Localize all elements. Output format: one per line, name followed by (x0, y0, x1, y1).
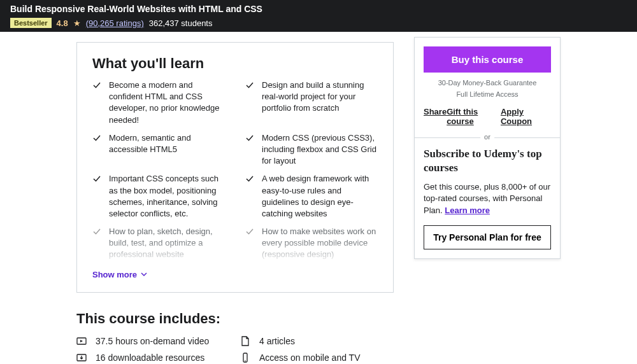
wyl-item-text: Important CSS concepts such as the box m… (109, 173, 225, 220)
wyl-item-text: How to plan, sketch, design, build, test… (109, 226, 225, 261)
wyl-title: What you'll learn (92, 55, 378, 72)
includes-item: Access on mobile and TV (240, 353, 394, 363)
subscribe-title: Subscribe to Udemy's top courses (424, 147, 551, 175)
subscribe-text: Get this course, plus 8,000+ of our top-… (424, 181, 551, 216)
wyl-item: Modern, semantic and accessible HTML5 (92, 132, 225, 167)
includes-item-text: 16 downloadable resources (96, 353, 204, 363)
gift-course-link[interactable]: Gift this course (447, 107, 501, 126)
show-more-button[interactable]: Show more (92, 270, 378, 279)
students-count: 362,437 students (149, 18, 213, 28)
star-icon: ★ (73, 18, 81, 28)
or-label: or (480, 133, 494, 141)
lifetime-access: Full Lifetime Access (424, 90, 551, 98)
wyl-item-text: Modern, semantic and accessible HTML5 (109, 132, 225, 167)
wyl-item-text: How to make websites work on every possi… (262, 226, 378, 261)
mobile-icon (240, 353, 250, 363)
apply-coupon-link[interactable]: Apply Coupon (501, 107, 551, 126)
show-more-label: Show more (92, 270, 137, 279)
what-youll-learn-box: What you'll learn Become a modern and co… (76, 42, 394, 293)
check-icon (245, 174, 254, 183)
video-icon (76, 336, 87, 346)
includes-item-text: Access on mobile and TV (259, 353, 361, 363)
chevron-down-icon (141, 271, 147, 277)
wyl-item: Become a modern and confident HTML and C… (92, 80, 225, 126)
bestseller-badge: Bestseller (10, 18, 52, 28)
ratings-count-link[interactable]: (90,265 ratings) (86, 18, 144, 28)
includes-item: 4 articles (240, 336, 394, 346)
includes-title: This course includes: (76, 311, 394, 327)
includes-item-text: 37.5 hours on-demand video (96, 336, 209, 346)
try-personal-plan-button[interactable]: Try Personal Plan for free (424, 225, 551, 249)
check-icon (92, 81, 101, 90)
wyl-item-text: Become a modern and confident HTML and C… (109, 80, 225, 126)
wyl-item: How to plan, sketch, design, build, test… (92, 226, 225, 261)
includes-item-text: 4 articles (259, 336, 295, 346)
wyl-item-text: Design and build a stunning real-world p… (262, 80, 378, 126)
sidebar-action-links: Share Gift this course Apply Coupon (424, 107, 551, 126)
check-icon (245, 134, 254, 143)
course-meta-row: Bestseller 4.8 ★ (90,265 ratings) 362,43… (10, 18, 627, 28)
purchase-sidebar: Buy this course 30-Day Money-Back Guaran… (414, 37, 561, 259)
article-icon (240, 336, 250, 346)
svg-point-3 (245, 360, 246, 361)
course-includes: This course includes: 37.5 hours on-dema… (76, 311, 394, 364)
check-icon (92, 134, 101, 143)
check-icon (245, 81, 254, 90)
money-back-guarantee: 30-Day Money-Back Guarantee (424, 79, 551, 87)
check-icon (92, 227, 101, 236)
wyl-item: How to make websites work on every possi… (245, 226, 378, 261)
share-link[interactable]: Share (424, 107, 447, 126)
sidebar-learn-more-link[interactable]: Learn more (445, 206, 490, 215)
wyl-item-text: A web design framework with easy-to-use … (262, 173, 378, 220)
buy-course-button[interactable]: Buy this course (424, 46, 551, 73)
wyl-item-text: Modern CSS (previous CSS3), including fl… (262, 132, 378, 167)
sidebar-divider: or (415, 137, 560, 138)
course-title: Build Responsive Real-World Websites wit… (10, 4, 627, 14)
wyl-item: A web design framework with easy-to-use … (245, 173, 378, 220)
wyl-item: Design and build a stunning real-world p… (245, 80, 378, 126)
wyl-item: Modern CSS (previous CSS3), including fl… (245, 132, 378, 167)
includes-item: 16 downloadable resources (76, 353, 230, 363)
download-icon (76, 353, 87, 363)
rating-value: 4.8 (57, 18, 68, 28)
check-icon (245, 227, 254, 236)
course-header: Build Responsive Real-World Websites wit… (0, 0, 637, 32)
includes-item: 37.5 hours on-demand video (76, 336, 230, 346)
check-icon (92, 174, 101, 183)
wyl-item: Important CSS concepts such as the box m… (92, 173, 225, 220)
